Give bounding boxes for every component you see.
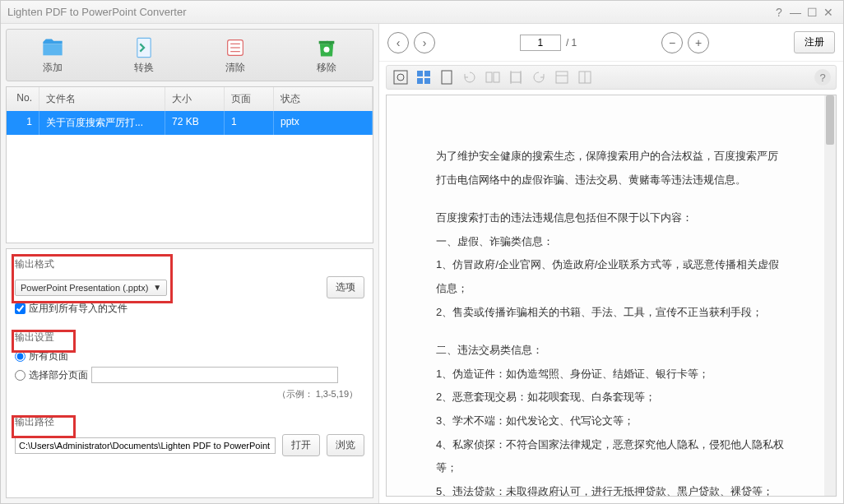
chevron-down-icon: ▼ <box>153 283 161 292</box>
th-page[interactable]: 页面 <box>225 87 274 111</box>
document-preview: 为了维护安全健康的搜索生态，保障搜索用户的合法权益，百度搜索严厉打击电信网络中的… <box>387 95 836 497</box>
settings-panel: 输出格式 PowerPoint Presentation (.pptx) ▼ 选… <box>6 248 373 498</box>
page-total: / 1 <box>566 37 577 49</box>
apply-all-checkbox[interactable]: 应用到所有导入的文件 <box>15 302 364 316</box>
add-button[interactable]: 添加 <box>7 30 98 81</box>
svg-rect-12 <box>424 78 430 84</box>
output-path-input[interactable] <box>15 437 276 454</box>
scrollbar-thumb[interactable] <box>826 95 834 145</box>
svg-rect-9 <box>417 71 423 76</box>
svg-rect-15 <box>494 72 499 82</box>
th-status[interactable]: 状态 <box>274 87 373 111</box>
help-icon[interactable]: ? <box>771 6 787 19</box>
preview-pane: 为了维护安全健康的搜索生态，保障搜索用户的合法权益，百度搜索严厉打击电信网络中的… <box>386 95 837 497</box>
select-pages-radio[interactable]: 选择部分页面 <box>15 367 364 383</box>
view-toolbar: ? <box>386 65 837 90</box>
single-page-icon[interactable] <box>438 68 456 86</box>
titlebar: Lighten PDF to PowerPoint Converter ? — … <box>1 1 843 24</box>
page-number-input[interactable] <box>520 35 561 51</box>
browse-button[interactable]: 浏览 <box>327 434 364 456</box>
format-select[interactable]: PowerPoint Presentation (.pptx) ▼ <box>15 280 167 296</box>
scrollbar[interactable] <box>824 95 836 496</box>
svg-point-8 <box>397 74 404 81</box>
crop-icon[interactable] <box>507 68 525 86</box>
help-icon[interactable]: ? <box>814 69 831 86</box>
grid-view-icon[interactable] <box>415 68 433 86</box>
page-range-input[interactable] <box>91 367 338 383</box>
th-name[interactable]: 文件名 <box>39 87 165 111</box>
svg-rect-7 <box>394 71 407 84</box>
zoom-out-button[interactable]: − <box>661 32 683 53</box>
svg-rect-10 <box>424 71 430 76</box>
close-icon[interactable]: ✕ <box>820 6 837 19</box>
file-table: No. 文件名 大小 页面 状态 1 关于百度搜索严厉打... 72 KB 1 … <box>6 86 373 243</box>
open-button[interactable]: 打开 <box>282 434 320 456</box>
output-path-label: 输出路径 <box>15 415 364 429</box>
svg-rect-13 <box>442 71 452 84</box>
main-toolbar: 添加 转换 清除 移除 <box>6 29 373 81</box>
svg-rect-14 <box>486 72 492 82</box>
rotate-right-icon[interactable] <box>530 68 548 86</box>
clear-button[interactable]: 清除 <box>190 30 281 81</box>
all-pages-radio[interactable]: 所有页面 <box>15 349 364 363</box>
prev-page-button[interactable]: ‹ <box>387 32 409 53</box>
minimize-icon[interactable]: — <box>787 6 804 19</box>
next-page-button[interactable]: › <box>414 32 435 53</box>
layout-b-icon[interactable] <box>576 68 594 86</box>
output-settings-label: 输出设置 <box>15 331 364 344</box>
window-title: Lighten PDF to PowerPoint Converter <box>7 6 187 18</box>
convert-button[interactable]: 转换 <box>98 30 189 81</box>
fit-page-icon[interactable] <box>392 68 410 86</box>
example-text: （示例： 1,3-5,19） <box>15 388 364 400</box>
svg-rect-11 <box>417 78 423 84</box>
table-row[interactable]: 1 关于百度搜索严厉打... 72 KB 1 pptx <box>7 111 373 135</box>
maximize-icon[interactable]: ☐ <box>804 6 820 19</box>
output-format-label: 输出格式 <box>15 257 364 271</box>
zoom-in-button[interactable]: + <box>688 32 709 53</box>
layout-a-icon[interactable] <box>553 68 571 86</box>
svg-rect-16 <box>511 72 521 82</box>
preview-topbar: ‹ › / 1 − + 注册 <box>379 24 843 62</box>
svg-rect-19 <box>556 72 568 83</box>
svg-point-6 <box>324 46 330 52</box>
register-button[interactable]: 注册 <box>794 31 835 53</box>
remove-button[interactable]: 移除 <box>281 30 373 81</box>
th-size[interactable]: 大小 <box>165 87 225 111</box>
two-page-icon[interactable] <box>484 68 502 86</box>
th-no[interactable]: No. <box>7 87 39 111</box>
rotate-left-icon[interactable] <box>461 68 479 86</box>
options-button[interactable]: 选项 <box>327 276 364 298</box>
